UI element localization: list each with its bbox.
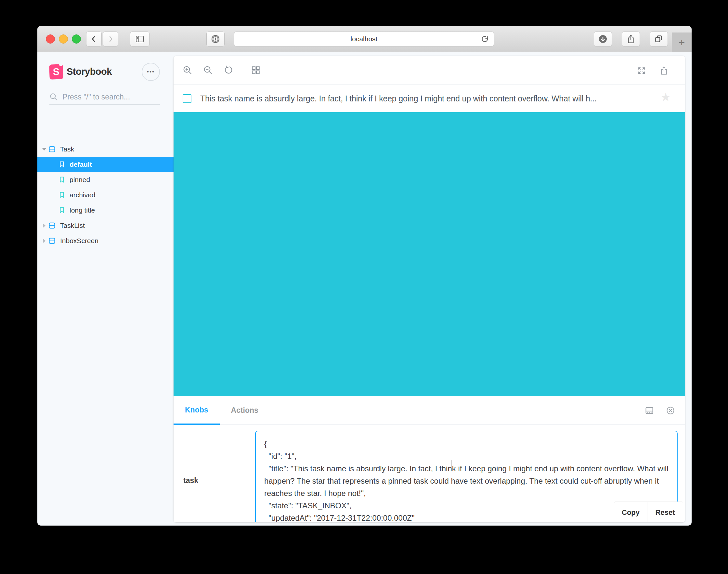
titlebar[interactable]: localhost [37, 26, 692, 52]
text-caret [451, 460, 452, 470]
fullscreen-button[interactable] [637, 66, 646, 75]
canvas-panel: This task name is absurdly large. In fac… [174, 56, 685, 522]
zoom-in-button[interactable] [183, 65, 192, 75]
panel-position-icon[interactable] [645, 406, 654, 415]
preview-canvas [174, 112, 685, 396]
search-box[interactable] [49, 90, 160, 105]
sidebar-item-tasklist[interactable]: TaskList [37, 218, 174, 233]
safari-window: localhost [37, 26, 692, 526]
brand-title: Storybook [67, 66, 112, 77]
zoom-button[interactable] [72, 35, 81, 44]
share-story-button[interactable] [659, 66, 669, 75]
share-icon [626, 34, 635, 44]
sidebar-menu-button[interactable]: ••• [142, 63, 160, 81]
story-tree: Task default pinned archived [37, 141, 174, 248]
sidebar-item-archived[interactable]: archived [37, 187, 174, 203]
task-list-item: This task name is absurdly large. In fac… [174, 85, 685, 112]
new-tab-button[interactable]: + [672, 33, 692, 52]
tabs-icon [654, 35, 663, 44]
minimize-button[interactable] [59, 35, 68, 44]
search-input[interactable] [62, 93, 157, 101]
toolbar-divider [245, 63, 245, 78]
back-button[interactable] [86, 32, 102, 46]
bookmark-icon [59, 161, 65, 168]
sidebar-item-task[interactable]: Task [37, 141, 174, 157]
addon-tabbar: Knobs Actions [174, 396, 685, 425]
grid-toggle-button[interactable] [251, 65, 261, 75]
sidebar-item-label: default [70, 161, 92, 168]
close-panel-icon[interactable] [666, 406, 675, 415]
url-field[interactable]: localhost [234, 32, 494, 46]
zoom-reset-button[interactable] [224, 65, 233, 75]
sidebar-item-long-title[interactable]: long title [37, 203, 174, 218]
sidebar-item-inboxscreen[interactable]: InboxScreen [37, 233, 174, 248]
reset-button[interactable]: Reset [647, 501, 683, 522]
sidebar-item-label: archived [70, 191, 95, 199]
download-button[interactable] [594, 32, 612, 46]
tab-overview-button[interactable] [650, 32, 668, 46]
share-button[interactable] [622, 32, 640, 46]
onepassword-extension-button[interactable] [206, 32, 224, 46]
ellipsis-icon: ••• [147, 69, 155, 75]
sidebar-item-default[interactable]: default [37, 157, 174, 172]
download-icon [598, 34, 608, 44]
plus-icon: + [679, 36, 685, 49]
chevron-down-icon[interactable] [40, 148, 48, 151]
tab-knobs[interactable]: Knobs [174, 396, 220, 425]
sidebar-item-label: pinned [70, 176, 90, 183]
sidebar-item-pinned[interactable]: pinned [37, 172, 174, 187]
bookmark-icon [59, 207, 65, 213]
component-icon [48, 237, 55, 244]
tab-actions[interactable]: Actions [220, 396, 270, 425]
bookmark-icon [59, 192, 65, 198]
sidebar-item-label: Task [60, 145, 74, 153]
url-text: localhost [351, 35, 378, 43]
task-title: This task name is absurdly large. In fac… [200, 94, 659, 104]
bookmark-icon [59, 176, 65, 183]
chevron-left-icon [89, 35, 98, 44]
onepassword-icon [211, 34, 220, 44]
preview-toolbar [174, 56, 685, 85]
pin-star-icon[interactable]: ★ [660, 91, 671, 103]
storybook-logo-icon: S [49, 64, 63, 79]
forward-button[interactable] [103, 32, 118, 46]
reload-button[interactable] [481, 35, 490, 44]
sidebar-toggle-button[interactable] [130, 32, 149, 46]
knobs-panel: task { "id": "1", "title": "This task na… [174, 425, 685, 522]
sidebar-item-label: long title [70, 206, 95, 214]
component-icon [48, 146, 55, 153]
close-button[interactable] [46, 35, 55, 44]
sidebar-item-label: TaskList [60, 222, 85, 230]
task-checkbox[interactable] [183, 94, 191, 103]
component-icon [48, 222, 55, 229]
sidebar-panel-icon [135, 35, 144, 44]
chevron-right-icon[interactable] [40, 239, 48, 243]
copy-button[interactable]: Copy [614, 501, 647, 522]
search-icon [49, 93, 58, 101]
chevron-right-icon[interactable] [40, 223, 48, 228]
knob-name-label: task [183, 476, 198, 485]
sidebar-item-label: InboxScreen [60, 237, 98, 245]
chevron-right-icon [106, 35, 115, 44]
zoom-out-button[interactable] [203, 65, 213, 75]
